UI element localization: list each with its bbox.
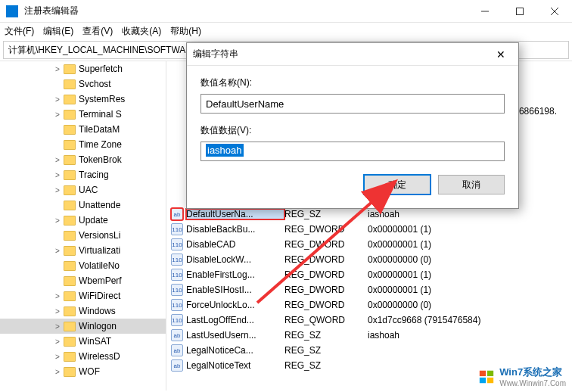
dialog-close-button[interactable]: ✕	[490, 48, 512, 61]
tree-item[interactable]: >UAC	[0, 182, 166, 198]
expand-icon[interactable]: >	[53, 65, 62, 73]
list-row[interactable]: 110EnableFirstLog...REG_DWORD0x00000001 …	[166, 267, 572, 282]
value-data-input[interactable]: iashoah	[201, 142, 505, 161]
value-data: 0x00000000 (0)	[368, 254, 572, 265]
expand-icon[interactable]: >	[53, 353, 62, 361]
expand-icon[interactable]: >	[53, 110, 62, 119]
value-type-icon: 110	[171, 223, 183, 235]
tree-item[interactable]: >WinSAT	[0, 334, 166, 349]
expand-icon[interactable]: >	[53, 292, 62, 300]
value-type-icon: 110	[171, 284, 183, 296]
app-icon	[6, 5, 18, 17]
value-name-input[interactable]	[201, 94, 505, 114]
tree-item[interactable]: VolatileNo	[0, 258, 166, 273]
tree-item[interactable]: Unattende	[0, 198, 166, 213]
expand-icon[interactable]	[53, 141, 62, 149]
ok-button[interactable]: 确定	[364, 175, 431, 194]
tree-item[interactable]: >TokenBrok	[0, 152, 166, 167]
list-row[interactable]: abDefaultUserNa...REG_SZiashoah	[166, 207, 572, 222]
tree-item-label: WbemPerf	[79, 275, 122, 286]
tree-item[interactable]: >Tracing	[0, 167, 166, 182]
list-row[interactable]: 110LastLogOffEnd...REG_QWORD0x1d7cc9668 …	[166, 313, 572, 328]
expand-icon[interactable]: >	[53, 171, 62, 179]
watermark: Win7系统之家 Www.Winwin7.Com	[478, 366, 566, 387]
value-type: REG_DWORD	[284, 300, 368, 310]
folder-icon	[64, 352, 76, 362]
list-row[interactable]: abLegalNoticeCa...REG_SZ	[166, 343, 572, 358]
folder-icon	[64, 322, 76, 331]
tree-item[interactable]: VersionsLi	[0, 228, 166, 243]
expand-icon[interactable]	[53, 126, 62, 134]
expand-icon[interactable]: >	[53, 216, 62, 225]
folder-icon	[64, 246, 76, 256]
expand-icon[interactable]: >	[53, 156, 62, 164]
menu-edit[interactable]: 编辑(E)	[43, 25, 73, 38]
tree-item[interactable]: WbemPerf	[0, 273, 166, 288]
list-row[interactable]: 110EnableSIHostI...REG_DWORD0x00000001 (…	[166, 282, 572, 297]
tree-item[interactable]: >Update	[0, 213, 166, 228]
value-type: REG_SZ	[284, 330, 368, 341]
minimize-button[interactable]	[468, 0, 502, 23]
menu-favorites[interactable]: 收藏夹(A)	[122, 25, 161, 38]
value-name: DefaultUserNa...	[186, 209, 284, 219]
value-type: REG_DWORD	[284, 239, 368, 250]
value-type-icon: ab	[171, 344, 183, 356]
expand-icon[interactable]	[53, 232, 62, 240]
tree-item[interactable]: >Superfetch	[0, 61, 166, 76]
svg-rect-5	[480, 370, 486, 375]
list-row[interactable]: 110DisableLockW...REG_DWORD0x00000000 (0…	[166, 252, 572, 267]
maximize-button[interactable]	[502, 0, 537, 23]
folder-icon	[64, 140, 76, 150]
expand-icon[interactable]: >	[53, 247, 62, 255]
menu-file[interactable]: 文件(F)	[5, 25, 34, 38]
tree-item[interactable]: >SystemRes	[0, 92, 166, 107]
expand-icon[interactable]: >	[53, 322, 62, 331]
tree-item[interactable]: >Windows	[0, 303, 166, 319]
expand-icon[interactable]	[53, 262, 62, 270]
tree-item[interactable]: >WirelessD	[0, 349, 166, 364]
tree-item[interactable]: Svchost	[0, 76, 166, 92]
tree-pane[interactable]: >Superfetch Svchost>SystemRes>Terminal S…	[0, 61, 166, 390]
value-type: REG_DWORD	[284, 269, 368, 280]
value-name: LastUsedUsern...	[186, 330, 284, 341]
tree-item[interactable]: TileDataM	[0, 122, 166, 137]
menu-view[interactable]: 查看(V)	[82, 25, 113, 38]
dialog-title: 编辑字符串	[193, 48, 490, 61]
list-row[interactable]: abLastUsedUsern...REG_SZiashoah	[166, 328, 572, 343]
tree-item[interactable]: Time Zone	[0, 137, 166, 152]
tree-item[interactable]: >Virtualizati	[0, 243, 166, 258]
cancel-button[interactable]: 取消	[438, 175, 505, 194]
value-type-icon: 110	[171, 254, 183, 266]
value-name: LegalNoticeCa...	[186, 345, 284, 356]
value-data: 0x00000001 (1)	[368, 239, 572, 250]
expand-icon[interactable]	[53, 201, 62, 210]
folder-icon	[64, 261, 76, 271]
list-row[interactable]: 110ForceUnlockLo...REG_DWORD0x00000000 (…	[166, 297, 572, 313]
expand-icon[interactable]	[53, 80, 62, 89]
tree-item-label: VolatileNo	[79, 260, 120, 271]
expand-icon[interactable]: >	[53, 338, 62, 346]
expand-icon[interactable]: >	[53, 307, 62, 316]
tree-item[interactable]: >Terminal S	[0, 107, 166, 122]
tree-item[interactable]: >Winlogon	[0, 319, 166, 334]
folder-icon	[64, 216, 76, 226]
expand-icon[interactable]: >	[53, 95, 62, 104]
menu-help[interactable]: 帮助(H)	[170, 25, 201, 38]
window-controls	[468, 0, 572, 22]
edit-string-dialog: 编辑字符串 ✕ 数值名称(N): 数值数据(V): iashoah 确定 取消	[186, 42, 519, 209]
dialog-titlebar[interactable]: 编辑字符串 ✕	[187, 43, 518, 66]
value-type: REG_DWORD	[284, 224, 368, 235]
value-name: ForceUnlockLo...	[186, 300, 284, 310]
tree-item[interactable]: >WiFiDirect	[0, 288, 166, 303]
expand-icon[interactable]: >	[53, 368, 62, 376]
expand-icon[interactable]: >	[53, 186, 62, 194]
tree-item-label: Virtualizati	[79, 245, 120, 256]
folder-icon	[64, 64, 76, 74]
list-row[interactable]: 110DisableCADREG_DWORD0x00000001 (1)	[166, 237, 572, 252]
expand-icon[interactable]	[53, 277, 62, 285]
value-type-icon: 110	[171, 314, 183, 326]
close-button[interactable]	[537, 0, 572, 23]
tree-item[interactable]: >WOF	[0, 364, 166, 379]
list-row[interactable]: 110DisableBackBu...REG_DWORD0x00000001 (…	[166, 222, 572, 237]
tree-item-label: Tracing	[79, 170, 109, 180]
